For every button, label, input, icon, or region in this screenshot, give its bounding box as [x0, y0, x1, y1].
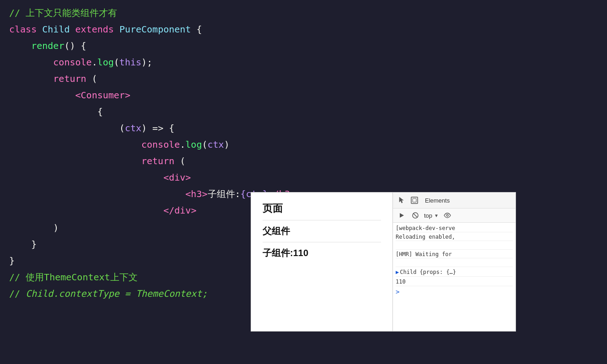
code-line-5: return (: [0, 70, 607, 87]
svg-line-4: [414, 214, 418, 218]
console-line-empty-2: [396, 259, 513, 267]
elements-tab[interactable]: Elements: [422, 196, 452, 205]
console-line-1: [webpack-dev-serve: [396, 225, 513, 232]
console-prompt[interactable]: >: [396, 287, 513, 296]
eye-icon[interactable]: [442, 210, 452, 220]
console-line-2: Reloading enabled,: [396, 233, 513, 241]
top-dropdown[interactable]: top ▼: [424, 212, 439, 219]
console-content: [webpack-dev-serve Reloading enabled, [H…: [393, 223, 516, 331]
inspect-icon[interactable]: [409, 195, 419, 205]
browser-content: 页面 父组件 子组件:110: [251, 193, 392, 331]
console-number-line: 110: [396, 278, 513, 286]
code-line-10: return (: [0, 153, 607, 169]
devtools-toolbar: Elements: [393, 193, 516, 209]
overlay-panel: 页面 父组件 子组件:110: [251, 192, 516, 332]
comment-text: // 上下文只能类组件才有: [9, 5, 117, 20]
svg-rect-1: [413, 198, 416, 202]
code-line-1: // 上下文只能类组件才有: [0, 5, 607, 21]
parent-component-label: 父组件: [263, 225, 381, 237]
code-line-8: ( ctx ) => {: [0, 120, 607, 136]
devtools-panel[interactable]: Elements top: [392, 192, 516, 332]
cursor-icon[interactable]: [397, 195, 407, 205]
code-line-4: console . log ( this );: [0, 54, 607, 70]
code-line-3: render () {: [0, 37, 607, 54]
code-editor: // 上下文只能类组件才有 class Child extends PureCo…: [0, 0, 607, 364]
code-line-11: < div >: [0, 169, 607, 186]
console-line-obj[interactable]: ▶Child {props: {…}: [396, 268, 513, 277]
svg-point-5: [446, 214, 448, 216]
console-line-empty-1: [396, 242, 513, 250]
code-line-6: < Consumer >: [0, 87, 607, 103]
console-line-3: [HMR] Waiting for: [396, 251, 513, 258]
browser-preview: 页面 父组件 子组件:110: [251, 192, 392, 332]
svg-rect-0: [411, 197, 418, 203]
svg-marker-2: [400, 213, 404, 218]
play-icon[interactable]: [397, 210, 407, 220]
child-component-label: 子组件:110: [263, 247, 381, 259]
code-line-9: console . log ( ctx ): [0, 136, 607, 153]
page-title: 页面: [263, 202, 381, 215]
code-line-7: {: [0, 103, 607, 120]
divider-2: [263, 242, 381, 242]
divider-1: [263, 220, 381, 220]
block-icon[interactable]: [410, 210, 420, 220]
devtools-second-row: top ▼: [393, 209, 516, 223]
code-line-2: class Child extends PureComponent {: [0, 21, 607, 37]
